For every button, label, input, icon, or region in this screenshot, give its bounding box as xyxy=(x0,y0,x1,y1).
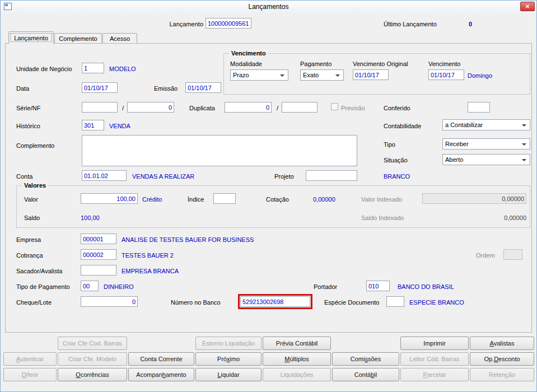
button-retencao: Retenção xyxy=(470,368,534,381)
button-leitor-cod-barras: Leitor Cód. Barras xyxy=(400,352,469,366)
tab-lancamento[interactable]: Lançamento xyxy=(8,31,54,44)
button-ocorrencias[interactable]: Ocorrências xyxy=(58,368,127,381)
button-conta-corrente[interactable]: Conta Corrente xyxy=(128,352,194,366)
button-liquidar[interactable]: Liquidar xyxy=(195,368,262,381)
button-parcelar: Parcelar xyxy=(400,368,469,381)
button-comissoes[interactable]: Comissões xyxy=(332,352,399,366)
button-criar-cfe-cod-barras: Criar Cfe Cod. Barras xyxy=(58,337,127,350)
button-imprimir[interactable]: Imprimir xyxy=(400,337,469,350)
button-contabil[interactable]: Contábil xyxy=(332,368,399,381)
lancamentos-window: Lançamentos ✕ Lançamento Último Lançamen… xyxy=(0,0,537,392)
button-proximo[interactable]: Próximo xyxy=(195,352,262,366)
button-liquidacoes: Liquidações xyxy=(263,368,331,381)
button-op-desconto[interactable]: Op.Desconto xyxy=(470,352,534,366)
button-acompanhamento[interactable]: Acompanhamento xyxy=(128,368,194,381)
button-autenticar: Autenticar xyxy=(3,352,57,366)
button-previa-contabil[interactable]: Prévia Contábil xyxy=(263,337,331,350)
button-grid: Criar Cfe Cod. BarrasEstorno LiquidaçãoP… xyxy=(1,1,536,391)
button-diferir: Diferir xyxy=(3,368,57,381)
button-avalistas[interactable]: Avalistas xyxy=(470,337,534,350)
button-multiplos[interactable]: Múltiplos xyxy=(263,352,331,366)
button-estorno-liquidacao: Estorno Liquidação xyxy=(195,337,262,350)
button-criar-cfe-modelo: Criar Cfe. Modelo xyxy=(58,352,127,366)
